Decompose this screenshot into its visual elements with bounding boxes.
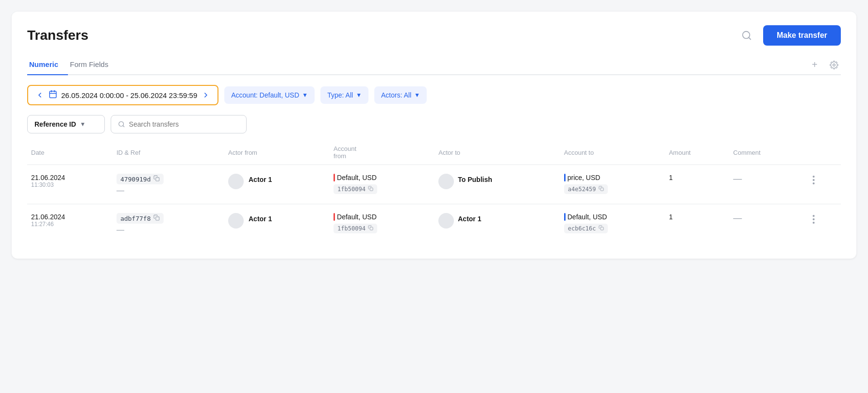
- account-from-sub: 1fb50094: [334, 184, 377, 194]
- make-transfer-button[interactable]: Make transfer: [763, 25, 841, 46]
- cell-row-actions: [805, 204, 841, 244]
- gear-icon: [830, 61, 838, 69]
- cell-actor-to: Actor 1: [434, 204, 560, 244]
- filter-bar: 26.05.2024 0:00:00 - 25.06.2024 23:59:59…: [27, 85, 841, 105]
- col-account-to: Account to: [560, 141, 665, 165]
- avatar: [438, 174, 454, 189]
- col-date: Date: [27, 141, 113, 165]
- account-from-bar: [334, 174, 335, 181]
- settings-button[interactable]: [827, 58, 841, 72]
- col-actor-from: Actor from: [224, 141, 330, 165]
- table-row: 21.06.2024 11:30:03 4790919d — Actor 1: [27, 165, 841, 204]
- account-filter-dropdown[interactable]: Account: Default, USD ▼: [224, 86, 315, 104]
- actors-filter-dropdown[interactable]: Actors: All ▼: [374, 86, 427, 104]
- row-more-button[interactable]: [809, 174, 818, 186]
- account-to-sub: a4e52459: [564, 184, 608, 194]
- cell-comment: —: [729, 204, 805, 244]
- chevron-left-icon: [36, 91, 44, 99]
- col-comment: Comment: [729, 141, 805, 165]
- ref-id-chevron-icon: ▼: [80, 121, 86, 128]
- header-actions: Make transfer: [738, 25, 841, 46]
- cell-date: 21.06.2024 11:30:03: [27, 165, 113, 204]
- type-filter-label: Type: All: [327, 91, 353, 99]
- add-tab-button[interactable]: +: [808, 58, 821, 72]
- table-header-row: Date ID & Ref Actor from Accountfrom Act…: [27, 141, 841, 165]
- tabs-bar: Numeric Form Fields +: [27, 55, 841, 75]
- cell-row-actions: [805, 165, 841, 204]
- ref-id-label: Reference ID: [34, 120, 76, 128]
- search-input-wrapper: [111, 115, 247, 133]
- chevron-right-icon: [202, 91, 210, 99]
- avatar: [228, 174, 244, 189]
- account-chevron-icon: ▼: [302, 92, 308, 98]
- actors-chevron-icon: ▼: [414, 92, 420, 98]
- global-search-button[interactable]: [738, 27, 755, 44]
- copy-account-from-icon[interactable]: [368, 225, 373, 232]
- svg-rect-9: [155, 178, 159, 181]
- svg-rect-13: [370, 227, 373, 230]
- account-from-sub: 1fb50094: [334, 224, 377, 233]
- dot: [813, 179, 815, 181]
- tabs-list: Numeric Form Fields: [27, 55, 118, 74]
- cell-account-to: Default, USD ecb6c16c: [560, 204, 665, 244]
- svg-rect-12: [155, 217, 159, 220]
- avatar: [438, 213, 454, 229]
- col-id-ref: ID & Ref: [113, 141, 224, 165]
- search-input-icon: [118, 120, 125, 128]
- date-prev-button[interactable]: [35, 91, 45, 99]
- search-row: Reference ID ▼: [27, 115, 841, 133]
- cell-actor-to: To Publish: [434, 165, 560, 204]
- cell-account-to: price, USD a4e52459: [560, 165, 665, 204]
- dot: [813, 176, 815, 178]
- cell-account-from: Default, USD 1fb50094: [330, 204, 434, 244]
- cell-account-from: Default, USD 1fb50094: [330, 165, 434, 204]
- copy-account-from-icon[interactable]: [368, 186, 373, 193]
- svg-rect-14: [601, 227, 603, 230]
- col-actions: [805, 141, 841, 165]
- tab-form-fields[interactable]: Form Fields: [68, 55, 118, 75]
- date-range-selector[interactable]: 26.05.2024 0:00:00 - 25.06.2024 23:59:59: [27, 85, 218, 105]
- copy-id-icon[interactable]: [153, 175, 160, 183]
- dot: [813, 222, 815, 224]
- transfers-table-wrapper: Date ID & Ref Actor from Accountfrom Act…: [27, 141, 841, 243]
- svg-rect-3: [50, 91, 56, 98]
- date-next-button[interactable]: [201, 91, 211, 99]
- copy-id-icon[interactable]: [153, 214, 160, 222]
- dot: [813, 218, 815, 220]
- plus-icon: +: [812, 59, 818, 70]
- cell-id-ref: adbf77f8 —: [113, 204, 224, 244]
- svg-line-1: [749, 37, 751, 39]
- dot: [813, 215, 815, 217]
- svg-rect-11: [601, 188, 603, 191]
- tab-numeric[interactable]: Numeric: [27, 55, 68, 75]
- cell-actor-from: Actor 1: [224, 165, 330, 204]
- cell-actor-from: Actor 1: [224, 204, 330, 244]
- calendar-icon: [49, 90, 57, 100]
- type-filter-dropdown[interactable]: Type: All ▼: [320, 86, 368, 104]
- account-to-sub: ecb6c16c: [564, 224, 608, 233]
- page-title: Transfers: [27, 28, 88, 43]
- account-to-bar: [564, 213, 566, 221]
- svg-point-2: [833, 64, 835, 66]
- cell-date: 21.06.2024 11:27:46: [27, 204, 113, 244]
- tabs-actions: +: [808, 58, 841, 72]
- ref-id-dropdown[interactable]: Reference ID ▼: [27, 115, 105, 133]
- col-amount: Amount: [665, 141, 729, 165]
- cell-amount: 1: [665, 204, 729, 244]
- actors-filter-label: Actors: All: [381, 91, 411, 99]
- account-from-bar: [334, 213, 335, 221]
- search-input[interactable]: [129, 120, 239, 128]
- search-icon: [741, 30, 752, 41]
- table-row: 21.06.2024 11:27:46 adbf77f8 — Actor 1: [27, 204, 841, 244]
- cell-amount: 1: [665, 165, 729, 204]
- account-to-bar: [564, 174, 566, 181]
- svg-line-8: [123, 126, 124, 127]
- transfers-table: Date ID & Ref Actor from Accountfrom Act…: [27, 141, 841, 243]
- dot: [813, 182, 815, 184]
- row-more-button[interactable]: [809, 213, 818, 226]
- copy-account-to-icon[interactable]: [599, 186, 604, 193]
- cell-comment: —: [729, 165, 805, 204]
- page-header: Transfers Make transfer: [27, 25, 841, 46]
- date-range-text: 26.05.2024 0:00:00 - 25.06.2024 23:59:59: [61, 91, 197, 99]
- copy-account-to-icon[interactable]: [599, 225, 604, 232]
